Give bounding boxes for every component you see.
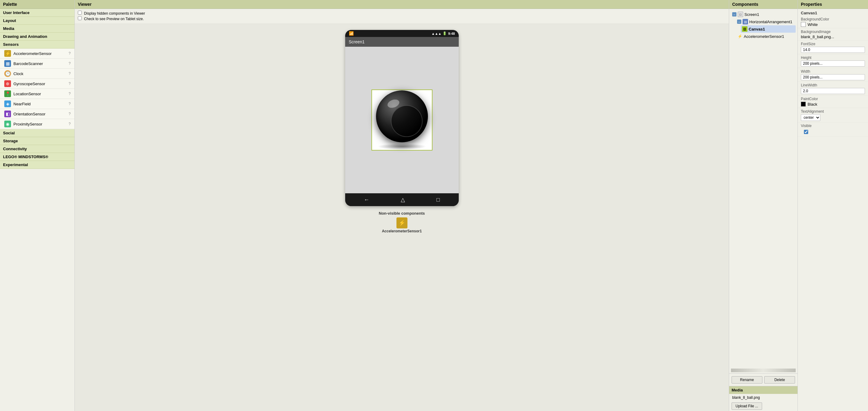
palette-category-lego[interactable]: LEGO® MINDSTORMS® (0, 153, 74, 161)
palette-item-prox-label: ProximitySensor (13, 122, 67, 126)
accelerometer-icon: ⚡ (4, 50, 11, 57)
tablet-preview-label[interactable]: Check to see Preview on Tablet size. (78, 16, 726, 21)
bg-color-label: BackgroundColor (801, 17, 865, 21)
clock-icon: 🕐 (4, 70, 11, 77)
canvas-area[interactable] (371, 89, 432, 150)
accelerometer-small-icon: ⚡ (397, 217, 407, 228)
display-hidden-label[interactable]: Display hidden components in Viewer (78, 11, 726, 16)
palette-panel: Palette User Interface Layout Media Draw… (0, 0, 75, 411)
viewer-title: Viewer (75, 0, 729, 9)
palette-category-media[interactable]: Media (0, 25, 74, 33)
home-button[interactable]: △ (401, 196, 405, 203)
tablet-preview-checkbox[interactable] (78, 16, 82, 20)
palette-item-accel-label: AccelerometerSensor (13, 51, 67, 56)
ball-shadow (377, 144, 426, 150)
display-hidden-checkbox[interactable] (78, 11, 82, 14)
palette-item-location-label: LocationSensor (13, 92, 67, 96)
wifi-icon: 📶 (349, 31, 354, 36)
text-align-select[interactable]: center left right (801, 114, 820, 121)
line-width-input[interactable] (801, 88, 865, 94)
palette-title: Palette (0, 0, 74, 9)
prop-bg-color: BackgroundColor White (798, 16, 868, 28)
tree-item-horiz1[interactable]: – ▤ HorizontalArrangement1 (736, 18, 796, 25)
phone-status-bar: 📶 ▲▲▲ 🔋 9:48 (345, 30, 459, 37)
location-icon: 📍 (4, 90, 11, 97)
location-help-icon[interactable]: ? (67, 92, 72, 96)
screen1-collapse-btn[interactable]: – (732, 12, 737, 17)
delete-button[interactable]: Delete (764, 376, 795, 383)
prop-paint-color: PaintColor Black (798, 95, 868, 108)
palette-category-storage[interactable]: Storage (0, 137, 74, 145)
height-input[interactable] (801, 60, 865, 66)
viewer-content: 📶 ▲▲▲ 🔋 9:48 Screen1 (75, 24, 729, 411)
palette-category-social[interactable]: Social (0, 129, 74, 137)
prop-font-size: FontSize (798, 40, 868, 54)
bg-color-swatch[interactable] (801, 22, 806, 27)
palette-item-clock-label: Clock (13, 71, 67, 76)
components-panel: Components – □ Screen1 – ▤ HorizontalArr… (729, 0, 798, 411)
paint-color-swatch[interactable] (801, 102, 806, 107)
canvas1-icon: 🖼 (742, 26, 747, 32)
bg-color-value: White (808, 22, 818, 27)
viewer-panel: Viewer Display hidden components in View… (75, 0, 729, 411)
palette-item-clock[interactable]: 🕐 Clock ? (0, 69, 74, 79)
font-size-label: FontSize (801, 42, 865, 46)
palette-item-gyroscope[interactable]: ⊕ GyroscopeSensor ? (0, 79, 74, 89)
palette-category-sensors[interactable]: Sensors (0, 40, 74, 49)
upload-file-button[interactable]: Upload File ... (732, 403, 762, 410)
palette-item-nearfield-label: NearField (13, 102, 67, 106)
screen1-label: Screen1 (744, 12, 759, 17)
orientation-icon: ◧ (4, 111, 11, 117)
prop-height: Height (798, 54, 868, 68)
visible-checkbox[interactable] (804, 130, 808, 134)
phone-screen[interactable] (345, 47, 459, 193)
palette-item-proximity[interactable]: ◉ ProximitySensor ? (0, 119, 74, 129)
status-icons: ▲▲▲ 🔋 9:48 (432, 31, 455, 35)
back-button[interactable]: ← (364, 197, 369, 203)
barcode-help-icon[interactable]: ? (67, 61, 72, 66)
paint-color-label: PaintColor (801, 97, 865, 101)
recents-button[interactable]: □ (436, 197, 440, 203)
clock-help-icon[interactable]: ? (67, 71, 72, 76)
nearfield-help-icon[interactable]: ? (67, 102, 72, 106)
bg-image-value: blank_8_ball.png... (801, 34, 865, 39)
tree-item-accel1[interactable]: ⚡ AccelerometerSensor1 (736, 33, 796, 40)
prop-line-width: LineWidth (798, 82, 868, 95)
palette-category-experimental[interactable]: Experimental (0, 161, 74, 169)
horiz1-label: HorizontalArrangement1 (749, 20, 792, 24)
non-visible-section: Non-visible components ⚡ AccelerometerSe… (379, 211, 425, 233)
palette-category-drawing-animation[interactable]: Drawing and Animation (0, 33, 74, 40)
media-file-item[interactable]: blank_8_ball.png (729, 394, 798, 401)
horiz1-collapse-btn[interactable]: – (737, 20, 741, 24)
palette-category-layout[interactable]: Layout (0, 17, 74, 25)
barcode-icon: ▦ (4, 60, 11, 67)
width-input[interactable] (801, 74, 865, 80)
rename-button[interactable]: Rename (732, 376, 763, 383)
palette-item-barcode[interactable]: ▦ BarcodeScanner ? (0, 59, 74, 69)
orient-help-icon[interactable]: ? (67, 112, 72, 116)
signal-icon: ▲▲▲ (432, 32, 442, 35)
tree-item-canvas1[interactable]: 🖼 Canvas1 (741, 25, 796, 33)
media-title: Media (729, 386, 798, 394)
accel1-label: AccelerometerSensor1 (744, 34, 784, 39)
palette-item-accelerometer[interactable]: ⚡ AccelerometerSensor ? (0, 49, 74, 59)
palette-item-location[interactable]: 📍 LocationSensor ? (0, 89, 74, 99)
text-align-label: TextAlignment (801, 109, 865, 114)
components-footer: Rename Delete (729, 374, 798, 386)
palette-item-gyro-label: GyroscopeSensor (13, 82, 67, 86)
palette-category-user-interface[interactable]: User Interface (0, 9, 74, 17)
font-size-input[interactable] (801, 47, 865, 53)
palette-category-connectivity[interactable]: Connectivity (0, 145, 74, 153)
palette-item-barcode-label: BarcodeScanner (13, 61, 67, 66)
properties-title: Properties (798, 0, 868, 9)
components-title: Components (729, 0, 798, 9)
prox-help-icon[interactable]: ? (67, 122, 72, 126)
properties-panel: Properties Canvas1 BackgroundColor White… (798, 0, 868, 411)
gyro-help-icon[interactable]: ? (67, 82, 72, 86)
accel-help-icon[interactable]: ? (67, 51, 72, 56)
components-scrollbar[interactable] (731, 369, 796, 372)
prop-visible: Visible (798, 122, 868, 137)
palette-item-orientation[interactable]: ◧ OrientationSensor ? (0, 109, 74, 119)
palette-item-nearfield[interactable]: ◈ NearField ? (0, 99, 74, 109)
tree-item-screen1[interactable]: – □ Screen1 (731, 11, 796, 18)
